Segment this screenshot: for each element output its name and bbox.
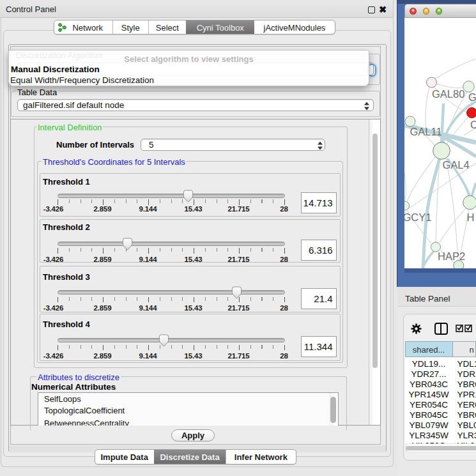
svg-text:C: C (470, 119, 476, 130)
svg-text:H: H (467, 211, 475, 223)
svg-text:G.: G. (468, 91, 476, 103)
svg-text:GAL11: GAL11 (410, 126, 442, 137)
svg-text:HAP2: HAP2 (438, 250, 465, 262)
svg-text:GAL80: GAL80 (432, 88, 464, 100)
svg-text:GAL4: GAL4 (443, 159, 470, 171)
svg-text:GCY1: GCY1 (404, 211, 431, 223)
